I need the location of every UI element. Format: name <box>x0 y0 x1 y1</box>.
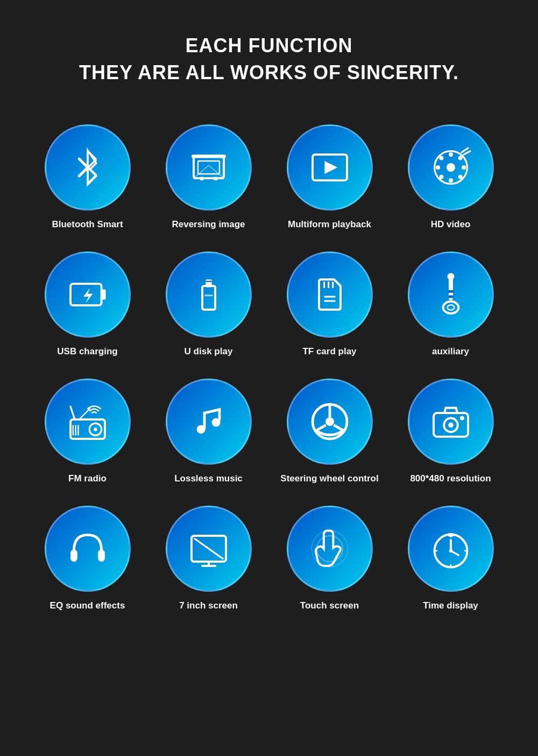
svg-point-49 <box>94 428 97 431</box>
icon-circle-u-disk-play <box>166 251 252 338</box>
feature-item-steering-wheel: Steering wheel control <box>274 379 385 484</box>
features-grid: Bluetooth Smart Reversing image Multifor… <box>0 108 538 643</box>
svg-point-23 <box>439 174 443 179</box>
icon-circle-eq-sound <box>45 506 131 592</box>
feature-item-bluetooth-smart: Bluetooth Smart <box>32 124 143 230</box>
svg-marker-28 <box>83 288 93 303</box>
feature-item-touch-screen: Touch screen <box>274 506 385 611</box>
icon-circle-auxiliary <box>408 251 494 338</box>
svg-rect-40 <box>448 290 454 293</box>
feature-label-multiform-playback: Multiform playback <box>288 219 371 230</box>
feature-label-tf-card-play: TF card play <box>302 346 356 357</box>
feature-item-u-disk-play: U disk play <box>153 251 264 357</box>
svg-point-39 <box>447 273 454 280</box>
svg-rect-63 <box>70 549 77 561</box>
svg-rect-30 <box>206 279 211 287</box>
svg-line-7 <box>194 165 209 178</box>
svg-point-21 <box>458 174 462 179</box>
feature-item-hd-video: HD video <box>395 124 506 230</box>
icon-circle-inch-screen <box>166 506 252 592</box>
svg-rect-9 <box>200 177 203 180</box>
feature-label-time-display: Time display <box>423 600 478 611</box>
svg-line-66 <box>194 538 223 559</box>
svg-rect-41 <box>448 295 454 298</box>
feature-label-bluetooth-smart: Bluetooth Smart <box>52 219 123 230</box>
feature-label-lossless-music: Lossless music <box>174 473 243 484</box>
svg-point-43 <box>447 305 454 310</box>
feature-label-inch-screen: 7 inch screen <box>179 600 238 611</box>
svg-point-42 <box>443 302 458 313</box>
svg-point-75 <box>449 549 452 552</box>
feature-item-tf-card-play: TF card play <box>274 251 385 357</box>
svg-rect-10 <box>214 177 217 180</box>
svg-point-22 <box>458 156 462 160</box>
feature-item-usb-charging: USB charging <box>32 251 143 357</box>
svg-point-53 <box>211 418 220 426</box>
feature-item-multiform-playback: Multiform playback <box>274 124 385 230</box>
svg-point-19 <box>462 165 466 170</box>
svg-line-25 <box>464 151 470 154</box>
icon-circle-time-display <box>408 506 494 592</box>
svg-marker-13 <box>324 161 337 174</box>
svg-point-62 <box>459 416 464 420</box>
svg-rect-32 <box>204 295 213 296</box>
svg-point-61 <box>448 422 454 428</box>
svg-line-24 <box>462 148 468 152</box>
feature-label-fm-radio: FM radio <box>68 473 107 484</box>
svg-point-18 <box>436 165 440 170</box>
feature-label-usb-charging: USB charging <box>57 346 117 357</box>
icon-circle-multiform-playback <box>287 124 373 211</box>
feature-label-reversing-image: Reversing image <box>172 219 245 230</box>
icon-circle-hd-video <box>408 124 494 211</box>
feature-item-inch-screen: 7 inch screen <box>153 506 264 611</box>
svg-rect-64 <box>98 549 105 561</box>
feature-label-hd-video: HD video <box>431 219 471 230</box>
feature-label-resolution: 800*480 resolution <box>410 473 491 484</box>
page-title: EACH FUNCTION THEY ARE ALL WORKS OF SINC… <box>79 32 459 87</box>
feature-label-auxiliary: auxiliary <box>432 346 469 357</box>
feature-item-eq-sound: EQ sound effects <box>32 506 143 611</box>
svg-rect-29 <box>202 286 215 310</box>
icon-circle-tf-card-play <box>287 251 373 338</box>
feature-label-eq-sound: EQ sound effects <box>50 600 125 611</box>
svg-point-17 <box>449 178 453 183</box>
svg-rect-27 <box>101 289 105 299</box>
icon-circle-steering-wheel <box>287 379 373 465</box>
svg-point-20 <box>439 156 443 160</box>
feature-item-fm-radio: FM radio <box>32 379 143 484</box>
svg-line-50 <box>70 407 75 419</box>
svg-rect-11 <box>192 155 226 158</box>
feature-item-reversing-image: Reversing image <box>153 124 264 230</box>
svg-line-51 <box>79 409 90 419</box>
feature-item-auxiliary: auxiliary <box>395 251 506 357</box>
icon-circle-fm-radio <box>45 379 131 465</box>
feature-label-touch-screen: Touch screen <box>300 600 359 611</box>
icon-circle-reversing-image <box>166 124 252 211</box>
svg-point-15 <box>447 163 455 172</box>
icon-circle-usb-charging <box>45 251 131 338</box>
feature-item-lossless-music: Lossless music <box>153 379 264 484</box>
feature-item-resolution: 800*480 resolution <box>395 379 506 484</box>
feature-item-time-display: Time display <box>395 506 506 611</box>
page-header: EACH FUNCTION THEY ARE ALL WORKS OF SINC… <box>68 0 470 108</box>
svg-rect-31 <box>206 281 211 282</box>
svg-point-16 <box>449 152 453 157</box>
svg-point-55 <box>325 417 334 426</box>
svg-line-1 <box>88 151 96 159</box>
svg-line-8 <box>209 165 224 178</box>
icon-circle-lossless-music <box>166 379 252 465</box>
svg-point-52 <box>196 425 205 433</box>
icon-circle-resolution <box>408 379 494 465</box>
icon-circle-bluetooth-smart <box>45 124 131 211</box>
feature-label-u-disk-play: U disk play <box>185 346 233 357</box>
icon-circle-touch-screen <box>287 506 373 592</box>
feature-label-steering-wheel: Steering wheel control <box>280 473 378 484</box>
svg-line-4 <box>88 175 96 184</box>
svg-point-69 <box>317 536 343 562</box>
